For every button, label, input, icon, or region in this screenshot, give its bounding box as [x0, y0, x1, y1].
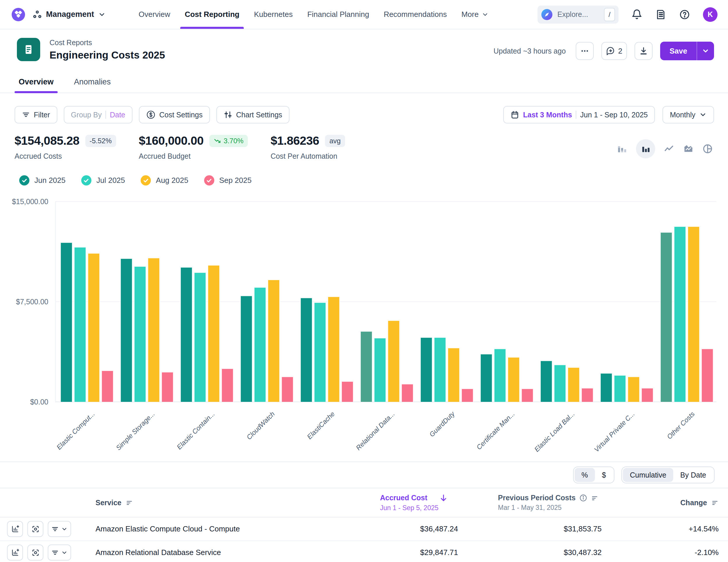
bar-aug-2025-8[interactable]: [508, 357, 520, 402]
legend-item[interactable]: Aug 2025: [141, 175, 188, 185]
report-category: Cost Reports: [50, 38, 165, 47]
bar-aug-2025-9[interactable]: [568, 367, 580, 402]
bar-sep-2025-7[interactable]: [461, 388, 473, 402]
bar-jul-2025-7[interactable]: [434, 337, 446, 402]
notifications-bell-icon[interactable]: [631, 9, 642, 20]
bar-jul-2025-10[interactable]: [614, 375, 626, 402]
user-avatar[interactable]: K: [703, 7, 718, 22]
focus-service-button[interactable]: [27, 521, 43, 537]
bar-jun-2025-3[interactable]: [180, 267, 192, 402]
accrued-budget-value: $160,000.00: [139, 134, 204, 148]
granularity-select[interactable]: Monthly: [662, 106, 714, 123]
bar-jul-2025-1[interactable]: [74, 247, 86, 402]
bar-aug-2025-7[interactable]: [448, 348, 460, 402]
bar-sep-2025-2[interactable]: [161, 372, 174, 402]
bar-aug-2025-3[interactable]: [208, 265, 220, 402]
group-by-button[interactable]: Group By Date: [64, 106, 132, 123]
bar-sep-2025-11[interactable]: [701, 349, 713, 402]
sliders-icon: [224, 110, 232, 119]
add-to-chart-button[interactable]: [7, 521, 23, 537]
bar-jun-2025-7[interactable]: [420, 337, 432, 402]
chevron-down-icon: [702, 47, 709, 55]
explore-search[interactable]: Explore... /: [538, 6, 619, 24]
brand-logo[interactable]: [12, 8, 25, 21]
add-to-chart-button[interactable]: [7, 545, 23, 561]
workspace-switcher[interactable]: Management: [33, 10, 106, 19]
help-icon[interactable]: [679, 9, 690, 20]
bar-jul-2025-6[interactable]: [374, 338, 386, 402]
bar-aug-2025-6[interactable]: [388, 320, 400, 402]
bar-aug-2025-1[interactable]: [88, 253, 100, 402]
bar-sep-2025-3[interactable]: [221, 368, 234, 402]
chart-settings-button[interactable]: Chart Settings: [216, 106, 289, 123]
save-button[interactable]: Save: [660, 42, 697, 60]
bar-jun-2025-9[interactable]: [540, 360, 552, 402]
nav-item-kubernetes[interactable]: Kubernetes: [247, 0, 300, 29]
date-divider: [576, 111, 576, 119]
bar-aug-2025-11[interactable]: [688, 226, 700, 402]
column-header-previous-period[interactable]: Previous Period Costs Mar 1 - May 31, 20…: [459, 494, 603, 512]
tab-anomalies[interactable]: Anomalies: [72, 71, 112, 93]
stacked-bar-chart-icon[interactable]: [617, 144, 627, 154]
line-chart-icon[interactable]: [664, 144, 674, 154]
x-axis-label: Other Costs: [665, 410, 696, 441]
column-header-service[interactable]: Service: [87, 499, 319, 507]
unit-dollar-option[interactable]: $: [595, 468, 613, 482]
bar-sep-2025-10[interactable]: [641, 388, 653, 402]
area-chart-icon[interactable]: [683, 144, 694, 154]
nav-item-overview[interactable]: Overview: [131, 0, 177, 29]
save-options-button[interactable]: [697, 42, 714, 60]
bar-aug-2025-10[interactable]: [628, 377, 640, 402]
bar-jun-2025-8[interactable]: [480, 354, 492, 402]
column-header-accrued-cost[interactable]: Accrued Cost Jun 1 - Sep 5, 2025: [319, 494, 459, 512]
bar-jul-2025-9[interactable]: [554, 365, 566, 402]
more-options-button[interactable]: [576, 42, 594, 60]
bar-jul-2025-11[interactable]: [674, 226, 686, 402]
bar-chart-icon[interactable]: [636, 139, 655, 158]
bar-sep-2025-9[interactable]: [581, 388, 593, 402]
bar-jul-2025-5[interactable]: [314, 302, 326, 402]
bar-aug-2025-5[interactable]: [328, 296, 340, 402]
bar-sep-2025-4[interactable]: [281, 377, 294, 402]
row-filter-button[interactable]: [48, 545, 71, 561]
bar-jun-2025-10[interactable]: [600, 373, 612, 402]
bar-jul-2025-8[interactable]: [494, 349, 506, 402]
nav-item-recommendations[interactable]: Recommendations: [377, 0, 454, 29]
row-filter-button[interactable]: [48, 521, 71, 537]
legend-item[interactable]: Sep 2025: [204, 175, 252, 185]
bar-jul-2025-2[interactable]: [134, 266, 146, 402]
bar-jun-2025-1[interactable]: [60, 242, 73, 402]
bar-aug-2025-4[interactable]: [268, 280, 280, 402]
focus-service-button[interactable]: [27, 545, 43, 561]
bar-jul-2025-4[interactable]: [254, 287, 266, 402]
bar-jun-2025-6[interactable]: [360, 331, 372, 402]
bar-jun-2025-2[interactable]: [120, 258, 132, 402]
table-header: Service Accrued Cost Jun 1 - Sep 5, 2025…: [0, 488, 728, 517]
bar-jul-2025-3[interactable]: [194, 272, 206, 402]
bar-sep-2025-8[interactable]: [521, 388, 533, 402]
nav-item-financial-planning[interactable]: Financial Planning: [300, 0, 376, 29]
comments-button[interactable]: 2: [601, 42, 627, 60]
docs-icon[interactable]: [655, 9, 666, 20]
bar-jun-2025-4[interactable]: [240, 296, 252, 402]
legend-item[interactable]: Jun 2025: [19, 175, 66, 185]
mode-cumulative-option[interactable]: Cumulative: [623, 468, 673, 482]
bar-aug-2025-2[interactable]: [148, 258, 160, 402]
bar-sep-2025-5[interactable]: [341, 381, 354, 402]
bar-sep-2025-1[interactable]: [101, 370, 114, 402]
column-header-change[interactable]: Change: [603, 499, 728, 507]
mode-by-date-option[interactable]: By Date: [673, 468, 713, 482]
bar-jun-2025-5[interactable]: [300, 298, 312, 402]
bar-sep-2025-6[interactable]: [401, 384, 414, 402]
nav-item-more[interactable]: More: [454, 0, 496, 29]
bar-jun-2025-11[interactable]: [660, 232, 672, 402]
filter-button[interactable]: Filter: [15, 106, 57, 123]
cost-settings-button[interactable]: Cost Settings: [139, 106, 210, 123]
date-range-button[interactable]: Last 3 Months Jun 1 - Sep 10, 2025: [503, 106, 655, 123]
nav-item-cost-reporting[interactable]: Cost Reporting: [177, 0, 247, 29]
pie-chart-icon[interactable]: [702, 144, 713, 154]
unit-percent-option[interactable]: %: [575, 468, 595, 482]
tab-overview[interactable]: Overview: [17, 71, 55, 93]
legend-item[interactable]: Jul 2025: [81, 175, 125, 185]
download-button[interactable]: [635, 42, 653, 60]
